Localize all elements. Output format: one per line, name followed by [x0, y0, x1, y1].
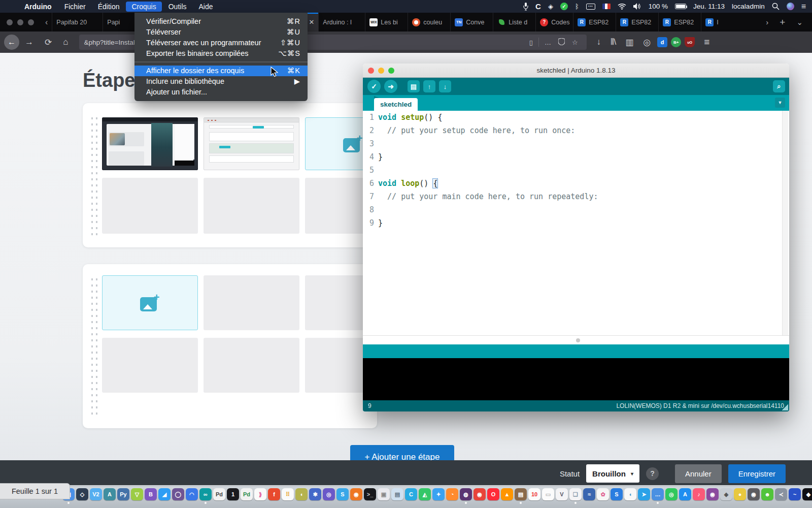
browser-tab-couleu[interactable]: couleu — [408, 13, 450, 31]
dock-icon-cloud[interactable]: ◠ — [186, 488, 198, 500]
new-tab-button[interactable]: + — [780, 17, 785, 28]
browser-tab-i[interactable]: RI — [701, 13, 722, 31]
empty-slot[interactable] — [102, 338, 198, 393]
close-tab-icon[interactable]: ✕ — [309, 18, 314, 26]
browser-tab-papi[interactable]: Papi — [103, 13, 126, 31]
menu-hamburger-icon[interactable]: ≡ — [698, 37, 715, 48]
editor-scrollbar[interactable] — [782, 111, 788, 335]
splitter-handle[interactable] — [363, 335, 789, 344]
list-tabs-button[interactable]: ⌄ — [796, 18, 803, 27]
browser-tab-esp82[interactable]: RESP82 — [616, 13, 658, 31]
dock-icon-s-blue[interactable]: S — [611, 488, 623, 500]
forward-button[interactable]: → — [19, 37, 39, 47]
dock-icon-chrome[interactable]: ◉ — [473, 488, 486, 500]
menu-item-vérifier-compiler[interactable]: Vérifier/Compiler⌘R — [134, 16, 308, 26]
save-sketch-button[interactable]: ↓ — [439, 80, 451, 92]
menu-item-ajouter-un-fichier-[interactable]: Ajouter un fichier... — [134, 87, 308, 98]
dock-icon-fish-gray[interactable]: ≺ — [775, 488, 787, 500]
bookmark-star-icon[interactable]: ☆ — [568, 39, 582, 46]
dock-icon-puredata[interactable]: Pd — [213, 488, 225, 500]
keyboard-viewer-icon[interactable]: ▪▪▪ — [586, 4, 595, 10]
dock-icon-arduino[interactable]: ∞ — [199, 488, 212, 500]
volume-icon[interactable] — [633, 3, 641, 11]
browser-tab-arduino-i[interactable]: Arduino : I — [318, 13, 365, 31]
dock-icon-openoffice[interactable]: ≈ — [583, 488, 595, 500]
tab-menu-button[interactable]: ▼ — [775, 98, 785, 108]
dock-icon-calendar[interactable]: 10 — [528, 488, 540, 500]
code-editor[interactable]: 1void setup() {2 // put your setup code … — [363, 111, 789, 335]
dock-icon-vscode[interactable]: ◢ — [158, 488, 171, 500]
dock-icon-safari[interactable]: ✦ — [432, 488, 445, 500]
input-language-flag-icon[interactable] — [602, 4, 611, 9]
app-menu-arduino[interactable]: Arduino — [18, 3, 58, 11]
window-traffic-lights[interactable] — [0, 13, 41, 31]
dock-icon-one-dark[interactable]: 1 — [227, 488, 239, 500]
browser-tab-les-bi[interactable]: WIXLes bi — [365, 13, 408, 31]
empty-slot[interactable] — [204, 338, 299, 393]
dock-icon-cyberduck[interactable]: ● — [734, 488, 746, 500]
menu-item-téléverser[interactable]: Téléverser⌘U — [134, 26, 308, 37]
page-actions-icon[interactable]: … — [541, 39, 555, 46]
close-window-button[interactable] — [7, 19, 13, 25]
dock-icon-appstore[interactable]: A — [679, 488, 691, 500]
menu-croquis[interactable]: Croquis — [126, 2, 161, 12]
dock-icon-vlc[interactable]: ▲ — [501, 488, 513, 500]
menu-item-téléverser-avec-un-programmateur[interactable]: Téléverser avec un programmateur⇧⌘U — [134, 37, 308, 48]
dock-icon-bitcoin-hex[interactable]: B — [145, 488, 157, 500]
minimize-window-button[interactable] — [17, 19, 23, 25]
dock-icon-telegram[interactable]: ➤ — [638, 488, 650, 500]
resize-grip[interactable] — [782, 404, 788, 410]
dock-icon-preview[interactable]: ▤ — [391, 488, 403, 500]
dock-icon-audacity[interactable]: ~ — [789, 488, 801, 500]
dock-icon-v-doc[interactable]: V — [556, 488, 568, 500]
step-thumbnail-2[interactable] — [204, 117, 299, 170]
dock-icon-green-tri[interactable]: ◭ — [419, 488, 431, 500]
dock-icon-v2[interactable]: V2 — [90, 488, 102, 500]
spotlight-search-icon[interactable] — [772, 3, 780, 11]
step-thumbnail-1[interactable] — [102, 117, 198, 170]
dock-icon-notes[interactable]: ▭ — [542, 488, 554, 500]
dock-icon-android[interactable]: ▽ — [131, 488, 143, 500]
dock-icon-fritzing[interactable]: f — [268, 488, 280, 500]
dock-icon-photos[interactable]: ✿ — [597, 488, 609, 500]
status-select[interactable]: Brouillon ▾ — [586, 464, 639, 483]
empty-slot[interactable] — [102, 178, 198, 234]
dock-icon-messages-white[interactable]: ◖ — [624, 488, 636, 500]
siri-icon[interactable] — [787, 3, 794, 10]
drag-handle[interactable] — [90, 115, 98, 235]
dock-icon-siri-dock[interactable]: ◎ — [323, 488, 335, 500]
dock-icon-signal-pink[interactable]: ⟫ — [254, 488, 266, 500]
dock-icon-inkscape[interactable]: ◆ — [802, 488, 812, 500]
menu-fichier[interactable]: Fichier — [59, 2, 91, 12]
verify-button[interactable]: ✓ — [367, 80, 381, 93]
library-icon[interactable]: ⦀\ — [607, 37, 619, 47]
menu-aide[interactable]: Aide — [193, 2, 219, 12]
microphone-icon[interactable] — [523, 3, 528, 11]
dock-icon-book[interactable]: ▤ — [515, 488, 527, 500]
dock-icon-affinity[interactable]: A — [104, 488, 116, 500]
new-sketch-button[interactable]: ▤ — [408, 80, 420, 92]
dock-icon-watch[interactable]: ◈ — [720, 488, 732, 500]
open-sketch-button[interactable]: ↑ — [423, 80, 435, 92]
help-button[interactable]: ? — [646, 467, 659, 480]
menu-outils[interactable]: Outils — [163, 2, 192, 12]
clock[interactable]: Jeu. 11:13 — [693, 3, 725, 10]
dock-icon-opera[interactable]: O — [487, 488, 499, 500]
dock-icon-puredata-2[interactable]: Pd — [241, 488, 253, 500]
reader-mode-icon[interactable]: ▯ — [526, 39, 536, 46]
browser-tab-esp82[interactable]: RESP82 — [573, 13, 616, 31]
menu-edition[interactable]: Édition — [92, 2, 125, 12]
dock-icon-music[interactable]: ♪ — [693, 488, 705, 500]
sketch-tab[interactable]: sketchled — [374, 98, 418, 111]
dock-icon-blender[interactable]: ◉ — [350, 488, 362, 500]
dock-icon-messages-green[interactable]: ◎ — [665, 488, 678, 500]
extension-bplus-icon[interactable]: B+ — [671, 37, 681, 47]
dock-icon-github[interactable]: ◯ — [172, 488, 184, 500]
dock-icon-terminal[interactable]: >_ — [364, 488, 376, 500]
c-status-icon[interactable]: C — [535, 3, 541, 11]
home-button[interactable]: ⌂ — [57, 37, 74, 47]
shape-status-icon[interactable]: ◈ — [548, 3, 553, 11]
empty-slot[interactable] — [204, 275, 299, 330]
save-button[interactable]: Enregistrer — [728, 464, 786, 483]
dock-icon-pear[interactable]: ◖ — [295, 488, 308, 500]
